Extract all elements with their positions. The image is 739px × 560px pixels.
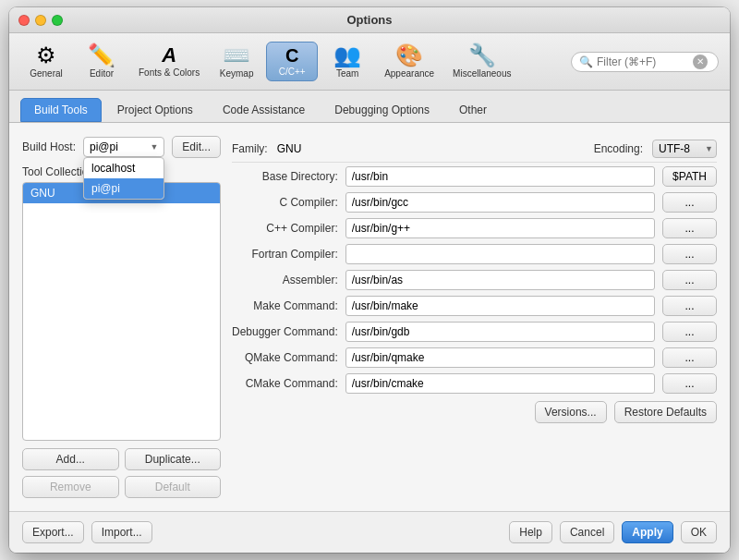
label-fortran: Fortran Compiler: bbox=[232, 248, 338, 261]
input-assembler[interactable] bbox=[345, 270, 655, 290]
cancel-button[interactable]: Cancel bbox=[560, 521, 614, 543]
tab-bar: Build Tools Project Options Code Assista… bbox=[9, 91, 730, 123]
build-host-dropdown-container: pi@pi localhost pi@pi bbox=[83, 137, 164, 157]
btn-cmake[interactable]: ... bbox=[662, 373, 717, 394]
toolbar-item-misc[interactable]: 🔧 Miscellaneous bbox=[445, 41, 518, 82]
remove-button[interactable]: Remove bbox=[22, 476, 119, 498]
family-label: Family: bbox=[232, 142, 268, 155]
versions-restore-row: Versions... Restore Defaults bbox=[232, 401, 717, 423]
build-host-row: Build Host: pi@pi localhost pi@pi Edit..… bbox=[22, 136, 221, 158]
toolbar-item-cpp[interactable]: C C/C++ bbox=[266, 42, 318, 81]
toolbar-item-general[interactable]: ⚙ General bbox=[20, 41, 72, 82]
label-assembler: Assembler: bbox=[232, 274, 338, 286]
tool-collection-section: Tool Collection: GNU bbox=[22, 165, 221, 441]
keymap-icon: ⌨️ bbox=[223, 44, 250, 67]
right-panel: Family: GNU Encoding: UTF-8 Base Directo… bbox=[232, 136, 717, 498]
label-cpp-compiler: C++ Compiler: bbox=[232, 222, 338, 235]
fonts-icon: A bbox=[162, 45, 176, 66]
toolbar-item-appearance[interactable]: 🎨 Appearance bbox=[377, 41, 442, 82]
input-debugger[interactable] bbox=[345, 322, 655, 342]
left-panel: Build Host: pi@pi localhost pi@pi Edit..… bbox=[22, 136, 221, 498]
btn-make[interactable]: ... bbox=[662, 296, 717, 316]
input-cpp-compiler[interactable] bbox=[345, 218, 655, 238]
btn-c-compiler[interactable]: ... bbox=[662, 192, 717, 213]
label-c-compiler: C Compiler: bbox=[232, 196, 338, 209]
close-button[interactable] bbox=[18, 15, 30, 26]
traffic-lights bbox=[18, 15, 63, 26]
toolbar-item-fonts[interactable]: A Fonts & Colors bbox=[131, 42, 207, 81]
team-icon: 👥 bbox=[333, 44, 361, 67]
toolbar: ⚙ General ✏️ Editor A Fonts & Colors ⌨️ … bbox=[9, 33, 730, 91]
left-buttons: Add... Duplicate... Remove Default bbox=[22, 448, 221, 498]
toolbar-label-keymap: Keymap bbox=[220, 68, 254, 79]
encoding-select[interactable]: UTF-8 bbox=[652, 140, 717, 158]
btn-base-dir[interactable]: $PATH bbox=[662, 166, 717, 187]
toolbar-label-general: General bbox=[30, 68, 63, 79]
input-c-compiler[interactable] bbox=[345, 192, 655, 213]
input-fortran[interactable] bbox=[345, 244, 655, 264]
filter-clear-button[interactable]: ✕ bbox=[693, 55, 708, 69]
input-qmake[interactable] bbox=[345, 347, 655, 368]
tab-debugging-options[interactable]: Debugging Options bbox=[321, 98, 443, 122]
bottom-right-buttons: Help Cancel Apply OK bbox=[509, 521, 717, 543]
export-button[interactable]: Export... bbox=[22, 521, 84, 543]
form-grid: Base Directory: $PATH C Compiler: ... C+… bbox=[232, 166, 717, 394]
filter-box: 🔍 ✕ bbox=[571, 52, 719, 72]
label-make: Make Command: bbox=[232, 299, 338, 312]
apply-button[interactable]: Apply bbox=[622, 521, 672, 543]
misc-icon: 🔧 bbox=[468, 44, 496, 67]
label-cmake: CMake Command: bbox=[232, 377, 338, 390]
toolbar-label-misc: Miscellaneous bbox=[453, 68, 511, 79]
input-make[interactable] bbox=[345, 296, 655, 316]
edit-button[interactable]: Edit... bbox=[172, 136, 221, 158]
tab-other[interactable]: Other bbox=[445, 98, 501, 122]
toolbar-label-cpp: C/C++ bbox=[279, 67, 306, 77]
tab-project-options[interactable]: Project Options bbox=[103, 98, 207, 122]
build-host-value: pi@pi bbox=[90, 140, 118, 153]
tool-list[interactable]: GNU bbox=[22, 182, 221, 441]
build-host-option-pi[interactable]: pi@pi bbox=[84, 178, 164, 199]
ok-button[interactable]: OK bbox=[681, 521, 717, 543]
add-duplicate-row: Add... Duplicate... bbox=[22, 448, 221, 470]
toolbar-item-editor[interactable]: ✏️ Editor bbox=[76, 41, 127, 82]
options-window: Options ⚙ General ✏️ Editor A Fonts & Co… bbox=[9, 7, 730, 553]
appearance-icon: 🎨 bbox=[395, 44, 423, 67]
titlebar: Options bbox=[9, 7, 730, 33]
restore-defaults-button[interactable]: Restore Defaults bbox=[614, 401, 717, 423]
duplicate-button[interactable]: Duplicate... bbox=[125, 448, 222, 470]
toolbar-item-keymap[interactable]: ⌨️ Keymap bbox=[211, 41, 262, 82]
content-area: Build Host: pi@pi localhost pi@pi Edit..… bbox=[9, 123, 730, 511]
help-button[interactable]: Help bbox=[509, 521, 552, 543]
import-button[interactable]: Import... bbox=[91, 521, 152, 543]
build-host-dropdown[interactable]: pi@pi bbox=[83, 137, 164, 157]
build-host-option-localhost[interactable]: localhost bbox=[84, 158, 164, 178]
cpp-icon: C bbox=[285, 46, 298, 65]
maximize-button[interactable] bbox=[52, 15, 63, 26]
search-icon: 🔍 bbox=[579, 55, 593, 68]
tab-build-tools[interactable]: Build Tools bbox=[20, 98, 102, 122]
add-button[interactable]: Add... bbox=[22, 448, 119, 470]
toolbar-label-editor: Editor bbox=[90, 68, 114, 79]
label-debugger: Debugger Command: bbox=[232, 325, 338, 338]
remove-default-row: Remove Default bbox=[22, 476, 221, 498]
toolbar-label-team: Team bbox=[336, 68, 358, 79]
input-cmake[interactable] bbox=[345, 373, 655, 394]
build-host-label: Build Host: bbox=[22, 140, 76, 153]
btn-cpp-compiler[interactable]: ... bbox=[662, 218, 717, 238]
family-row: Family: GNU Encoding: UTF-8 bbox=[232, 136, 717, 163]
tab-code-assistance[interactable]: Code Assistance bbox=[209, 98, 319, 122]
toolbar-label-fonts: Fonts & Colors bbox=[139, 67, 200, 78]
filter-input[interactable] bbox=[597, 55, 689, 68]
btn-qmake[interactable]: ... bbox=[662, 347, 717, 368]
btn-assembler[interactable]: ... bbox=[662, 270, 717, 290]
versions-button[interactable]: Versions... bbox=[535, 401, 607, 423]
label-base-dir: Base Directory: bbox=[232, 170, 338, 183]
btn-fortran[interactable]: ... bbox=[662, 244, 717, 264]
toolbar-label-appearance: Appearance bbox=[384, 68, 434, 79]
minimize-button[interactable] bbox=[35, 15, 46, 26]
default-button[interactable]: Default bbox=[125, 476, 222, 498]
toolbar-item-team[interactable]: 👥 Team bbox=[321, 41, 373, 82]
build-host-popup: localhost pi@pi bbox=[83, 157, 164, 200]
input-base-dir[interactable] bbox=[345, 166, 655, 187]
btn-debugger[interactable]: ... bbox=[662, 322, 717, 342]
